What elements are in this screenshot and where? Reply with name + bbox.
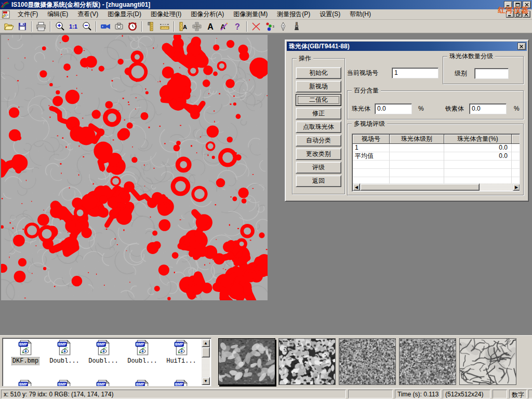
hscroll-track[interactable]	[480, 183, 513, 191]
child-restore-button[interactable]	[514, 11, 522, 18]
pearlite-input[interactable]: 0.0	[375, 103, 412, 114]
scroll-up-icon[interactable]: ▲	[202, 339, 210, 347]
file-name[interactable]: Doubl...	[88, 357, 119, 365]
table-column-header[interactable]: 铁素体含量(%)	[512, 135, 520, 144]
dialog-close-button[interactable]	[517, 43, 526, 50]
op-button-6[interactable]: 自动分类	[296, 135, 341, 147]
measure-label-icon[interactable]: A	[177, 20, 190, 33]
table-cell	[512, 161, 520, 169]
menu-item-6[interactable]: 图像分析(A)	[186, 9, 229, 20]
menu-items: 文件(F)编辑(E)查看(V)图像显示(D)图像处理(I)图像分析(A)图像测量…	[13, 9, 376, 20]
pen-tool-icon[interactable]	[276, 20, 290, 33]
file-name[interactable]: Doubl...	[49, 357, 80, 365]
menu-item-10[interactable]: 帮助(H)	[345, 9, 376, 20]
grade-input[interactable]	[474, 68, 509, 79]
table-cell	[353, 161, 390, 169]
rating-table[interactable]: 视场号珠光体级别珠光体含量(%)铁素体含量(%) 10.0平均值0.0 ◀ ▶	[352, 134, 520, 192]
op-button-4[interactable]: 修正	[296, 108, 341, 119]
table-column-header[interactable]: 视场号	[353, 135, 390, 144]
file-item[interactable]: BMPDoubl...	[47, 340, 82, 365]
annotate-pencil-icon[interactable]: A	[217, 20, 231, 33]
menu-item-5[interactable]: 图像处理(I)	[146, 9, 186, 20]
menu-item-9[interactable]: 设置(S)	[315, 9, 345, 20]
file-name[interactable]: HuiTi...	[166, 357, 197, 365]
thumb-3[interactable]	[339, 338, 396, 385]
minimize-button[interactable]	[504, 1, 512, 8]
svg-text:BMP: BMP	[19, 382, 28, 386]
document-icon[interactable]	[2, 10, 11, 19]
current-field-input[interactable]: 1	[392, 68, 438, 78]
status-time: Time (s): 0.113	[395, 390, 441, 398]
file-item[interactable]: BMP	[164, 380, 199, 387]
op-button-9[interactable]: 返回	[296, 175, 341, 187]
save-icon[interactable]	[16, 20, 29, 33]
table-cell: 0.0	[444, 152, 512, 161]
op-button-7[interactable]: 更改类别	[296, 148, 341, 160]
menu-item-7[interactable]: 图像测量(M)	[229, 9, 272, 20]
file-item[interactable]: BMPDoubl...	[86, 340, 121, 365]
file-vscrollbar[interactable]: ▲ ▼	[202, 339, 210, 385]
thumb-5[interactable]	[459, 338, 516, 385]
table-row[interactable]: 10.0	[353, 144, 520, 152]
child-minimize-button[interactable]	[506, 11, 514, 18]
file-item[interactable]: BMP	[8, 380, 43, 387]
snapshot-camera-icon[interactable]	[112, 20, 126, 33]
thumb-1[interactable]	[218, 338, 275, 385]
file-name[interactable]: Doubl...	[127, 357, 158, 365]
table-cell	[444, 169, 512, 177]
table-hscrollbar[interactable]: ◀ ▶	[353, 183, 520, 191]
table-row[interactable]	[353, 161, 520, 169]
file-item[interactable]: BMP	[47, 380, 82, 387]
hscroll-thumb[interactable]	[360, 183, 480, 191]
table-row[interactable]: 平均值0.0	[353, 152, 520, 161]
file-item[interactable]: BMP	[125, 380, 160, 387]
menu-item-4[interactable]: 图像显示(D)	[103, 9, 146, 20]
metallograph-image-binarized[interactable]	[1, 35, 268, 300]
scroll-left-icon[interactable]: ◀	[353, 183, 360, 191]
menu-item-1[interactable]: 文件(F)	[13, 9, 43, 20]
thumb-4[interactable]	[399, 338, 456, 385]
scroll-right-icon[interactable]: ▶	[513, 183, 520, 191]
table-column-header[interactable]: 珠光体级别	[390, 135, 444, 144]
op-button-1[interactable]: 初始化	[296, 67, 341, 79]
grid-cross-icon[interactable]	[190, 20, 204, 33]
op-button-5[interactable]: 点取珠光体	[296, 121, 341, 133]
file-item[interactable]: BMP	[86, 380, 121, 387]
text-label-icon[interactable]: A	[204, 20, 217, 33]
menu-item-3[interactable]: 查看(V)	[73, 9, 103, 20]
thumb-2[interactable]	[278, 338, 336, 385]
op-button-3[interactable]: 二值化	[296, 94, 341, 106]
maximize-button[interactable]	[513, 1, 522, 8]
video-camera-icon[interactable]	[99, 20, 112, 33]
child-close-button[interactable]	[523, 11, 530, 18]
close-button[interactable]	[523, 1, 531, 8]
dialog-title-bar[interactable]: 珠光体(GB/T9441-88)	[287, 42, 527, 51]
timer-clock-icon[interactable]	[126, 20, 139, 33]
table-column-header[interactable]: 珠光体含量(%)	[444, 135, 512, 144]
curve-tool-icon[interactable]	[249, 20, 263, 33]
vscroll-thumb[interactable]	[202, 347, 210, 357]
zoom-out-icon[interactable]	[80, 20, 94, 33]
menu-item-2[interactable]: 编辑(E)	[43, 9, 73, 20]
file-item[interactable]: BMPHuiTi...	[164, 340, 199, 365]
count-markers-icon[interactable]: 3	[263, 20, 276, 33]
ruler-horizontal-icon[interactable]	[158, 20, 171, 33]
file-item[interactable]: BMPDoubl...	[125, 340, 160, 365]
menu-bar: 文件(F)编辑(E)查看(V)图像显示(D)图像处理(I)图像分析(A)图像测量…	[0, 9, 532, 20]
file-item[interactable]: BMPDKF.bmp	[8, 340, 43, 365]
menu-item-8[interactable]: 测量报告(P)	[272, 9, 315, 20]
file-name[interactable]: DKF.bmp	[12, 357, 39, 365]
table-row[interactable]	[353, 169, 520, 177]
scroll-down-icon[interactable]: ▼	[202, 377, 210, 385]
open-icon[interactable]	[2, 20, 16, 33]
zoom-in-icon[interactable]	[53, 20, 66, 33]
toolbar-separator	[174, 21, 175, 32]
op-button-8[interactable]: 评级	[296, 162, 341, 174]
help-icon[interactable]: ?	[231, 20, 244, 33]
op-button-2[interactable]: 新视场	[296, 81, 341, 92]
brush-tool-icon[interactable]	[290, 20, 303, 33]
caliper-vertical-icon[interactable]	[144, 20, 158, 33]
ferrite-input[interactable]: 0.0	[469, 103, 507, 114]
actual-size-icon[interactable]: 1:1	[66, 20, 80, 33]
print-icon[interactable]	[34, 20, 48, 33]
